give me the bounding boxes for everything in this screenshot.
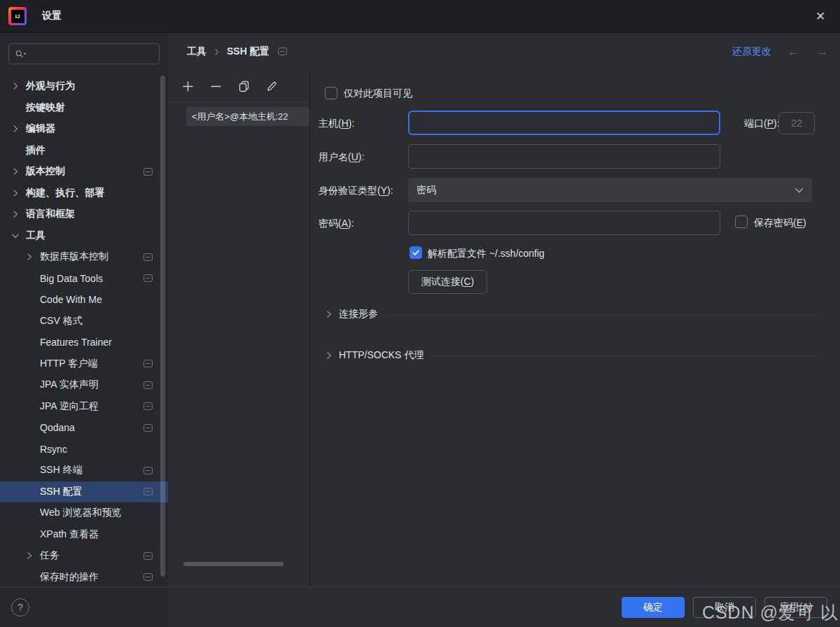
- chevron-right-icon[interactable]: [10, 167, 21, 176]
- host-input[interactable]: [408, 111, 720, 135]
- project-level-badge-icon: [144, 573, 153, 581]
- sidebar-item-label: HTTP 客户端: [40, 358, 97, 370]
- project-level-badge-icon: [278, 48, 287, 55]
- sidebar-item[interactable]: 保存时的操作: [0, 567, 168, 589]
- auth-type-value: 密码: [416, 184, 794, 197]
- project-level-badge-icon: [144, 402, 153, 410]
- sidebar-item[interactable]: 工具: [0, 225, 168, 247]
- auth-type-label: 身份验证类型(Y):: [318, 185, 393, 197]
- revert-changes-link[interactable]: 还原更改: [732, 45, 771, 58]
- sidebar-item-label: 工具: [26, 230, 46, 242]
- list-horizontal-scrollbar[interactable]: [183, 562, 284, 566]
- visible-only-project-checkbox[interactable]: [325, 87, 337, 99]
- test-connection-button[interactable]: 测试连接(C): [408, 270, 487, 294]
- app-logo-icon: IJ: [8, 7, 27, 25]
- section-connection-params[interactable]: 连接形参: [326, 307, 819, 322]
- dialog-footer: 确定 取消 应用(A): [168, 586, 840, 627]
- port-input[interactable]: [778, 112, 815, 134]
- sidebar-item-label: Big Data Tools: [40, 273, 103, 284]
- sidebar-item[interactable]: Qodana: [0, 417, 168, 439]
- app-logo-glyph: IJ: [11, 10, 24, 23]
- sidebar-item[interactable]: 数据库版本控制: [0, 246, 168, 268]
- ssh-config-list-item[interactable]: <用户名>@本地主机:22: [186, 107, 309, 126]
- sidebar-item-label: XPath 查看器: [40, 528, 99, 541]
- sidebar-tree: 外观与行为按键映射编辑器插件版本控制构建、执行、部署语言和框架工具数据库版本控制…: [0, 76, 168, 588]
- chevron-right-icon[interactable]: [10, 189, 21, 197]
- sidebar-item[interactable]: 任务: [0, 545, 168, 567]
- sidebar-item[interactable]: 版本控制: [0, 161, 168, 183]
- sidebar-item-label: 任务: [40, 549, 59, 562]
- sidebar-item-label: 保存时的操作: [40, 571, 99, 584]
- sidebar-item[interactable]: Big Data Tools: [0, 268, 168, 290]
- sidebar-item-label: 数据库版本控制: [40, 251, 108, 263]
- sidebar-item[interactable]: Code With Me: [0, 289, 168, 311]
- project-level-badge-icon: [144, 381, 153, 389]
- sidebar-item[interactable]: JPA 实体声明: [0, 374, 168, 396]
- sidebar-item[interactable]: CSV 格式: [0, 311, 168, 332]
- parse-config-checkbox[interactable]: [410, 246, 422, 259]
- password-input[interactable]: [408, 211, 720, 235]
- sidebar-item[interactable]: 语言和框架: [0, 204, 168, 225]
- username-input[interactable]: [408, 144, 720, 169]
- chevron-right-icon[interactable]: [24, 551, 35, 560]
- close-icon[interactable]: ✕: [811, 6, 830, 26]
- port-label: 端口(P):: [744, 118, 780, 130]
- sidebar-item-label: 构建、执行、部署: [26, 187, 104, 199]
- add-icon[interactable]: [182, 80, 194, 92]
- project-level-badge-icon: [144, 488, 153, 495]
- chevron-down-icon[interactable]: [10, 232, 21, 239]
- sidebar-item[interactable]: SSH 配置: [0, 481, 168, 503]
- sidebar-scrollbar[interactable]: [160, 76, 165, 577]
- save-password-label: 保存密码(E): [754, 217, 806, 230]
- project-level-badge-icon: [144, 424, 153, 432]
- search-box[interactable]: [8, 43, 160, 64]
- section-divider: [433, 355, 819, 356]
- copy-icon[interactable]: [238, 80, 250, 92]
- sidebar-footer: ?: [0, 586, 168, 627]
- sidebar-item[interactable]: SSH 终端: [0, 460, 168, 481]
- breadcrumb-chevron-icon: [214, 48, 220, 55]
- apply-button[interactable]: 应用(A): [764, 597, 827, 618]
- back-arrow-icon[interactable]: ←: [787, 44, 800, 59]
- search-icon: [15, 48, 27, 59]
- edit-icon[interactable]: [266, 80, 278, 92]
- title-bar: IJ 设置 ✕: [0, 0, 840, 33]
- chevron-right-icon[interactable]: [10, 82, 21, 90]
- sidebar-item[interactable]: Features Trainer: [0, 332, 168, 353]
- sidebar-item[interactable]: 编辑器: [0, 118, 168, 140]
- sidebar-item[interactable]: 插件: [0, 140, 168, 162]
- breadcrumb-tools[interactable]: 工具: [187, 45, 206, 58]
- cancel-button[interactable]: 取消: [693, 597, 756, 618]
- save-password-checkbox[interactable]: [735, 216, 748, 228]
- sidebar-item[interactable]: 外观与行为: [0, 76, 168, 97]
- project-level-badge-icon: [144, 253, 153, 261]
- list-toolbar: [168, 70, 309, 103]
- search-input[interactable]: [31, 49, 155, 59]
- sidebar-item-label: CSV 格式: [40, 315, 83, 327]
- section-label: HTTP/SOCKS 代理: [339, 349, 424, 362]
- password-label: 密码(A):: [318, 218, 354, 230]
- sidebar-item[interactable]: JPA 逆向工程: [0, 396, 168, 418]
- sidebar-item[interactable]: 构建、执行、部署: [0, 183, 168, 204]
- sidebar-item[interactable]: HTTP 客户端: [0, 353, 168, 375]
- help-button[interactable]: ?: [11, 598, 29, 617]
- sidebar-item-label: Web 浏览器和预览: [40, 507, 121, 519]
- ok-button[interactable]: 确定: [622, 597, 685, 618]
- forward-arrow-icon[interactable]: →: [816, 44, 829, 59]
- sidebar-item[interactable]: 按键映射: [0, 97, 168, 119]
- chevron-right-icon[interactable]: [10, 125, 21, 133]
- sidebar-item[interactable]: XPath 查看器: [0, 524, 168, 546]
- sidebar-item-label: Qodana: [40, 422, 75, 433]
- sidebar-item[interactable]: Rsync: [0, 439, 168, 460]
- remove-icon[interactable]: [210, 80, 222, 92]
- project-level-badge-icon: [144, 274, 153, 282]
- sidebar-item-label: 编辑器: [26, 122, 55, 135]
- chevron-right-icon[interactable]: [24, 253, 35, 261]
- chevron-down-icon: [794, 188, 804, 193]
- sidebar-item[interactable]: Web 浏览器和预览: [0, 502, 168, 524]
- chevron-right-icon[interactable]: [10, 210, 21, 218]
- section-http-socks-proxy[interactable]: HTTP/SOCKS 代理: [326, 348, 819, 363]
- section-divider: [387, 314, 819, 315]
- sidebar-item-label: JPA 逆向工程: [40, 400, 99, 413]
- auth-type-dropdown[interactable]: 密码: [408, 178, 812, 202]
